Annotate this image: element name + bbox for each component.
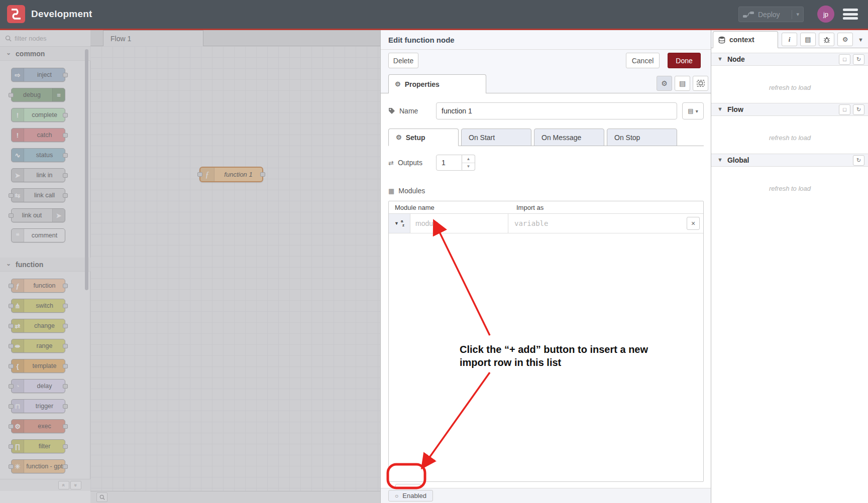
outputs-field-label: ⇄ Outputs bbox=[388, 159, 436, 167]
chevron-down-icon: ▼ bbox=[717, 106, 723, 112]
context-empty-message: refresh to load bbox=[711, 185, 868, 192]
outputs-spinner: ▲ ▼ bbox=[436, 155, 475, 171]
main-menu-button[interactable] bbox=[843, 8, 858, 21]
column-header-module-name: Module name bbox=[389, 204, 510, 211]
sort-az-icon: az bbox=[401, 219, 404, 227]
deploy-button[interactable]: Deploy ▾ bbox=[738, 7, 804, 22]
node-edit-form: Name ▤▾ ⚙SetupOn StartOn MessageOn Stop … bbox=[381, 93, 711, 488]
tab-on-message[interactable]: On Message bbox=[534, 129, 604, 146]
node-description-button[interactable]: ▤ bbox=[675, 76, 690, 91]
deploy-options-caret-icon[interactable]: ▾ bbox=[792, 10, 799, 19]
close-icon: × bbox=[691, 219, 695, 227]
right-sidebar: context i ▤ ⚙ ▼ ▼Node□↻refresh to loa bbox=[711, 30, 868, 503]
chevron-down-icon: ▾ bbox=[696, 108, 698, 114]
name-field-label: Name bbox=[388, 107, 436, 115]
context-section-node[interactable]: ▼Node□↻ bbox=[711, 53, 868, 66]
debug-sidebar-button[interactable] bbox=[819, 33, 834, 46]
user-avatar[interactable]: jp bbox=[817, 6, 834, 23]
deploy-label: Deploy bbox=[758, 11, 788, 19]
delete-button[interactable]: Delete bbox=[388, 53, 418, 68]
document-icon: ▤ bbox=[679, 79, 686, 87]
section-label: Node bbox=[727, 55, 834, 63]
library-button[interactable]: ▤▾ bbox=[682, 102, 704, 119]
node-enabled-toggle[interactable]: ○ Enabled bbox=[388, 490, 433, 501]
chevron-down-icon: ▼ bbox=[717, 157, 723, 163]
outputs-count-input[interactable] bbox=[436, 155, 462, 171]
tab-label: Setup bbox=[406, 134, 425, 142]
workspace-title: Development bbox=[31, 9, 92, 20]
sidebar-options-caret-icon[interactable]: ▼ bbox=[858, 37, 863, 43]
refresh-button[interactable]: ↻ bbox=[853, 155, 864, 166]
appearance-selection-icon bbox=[697, 80, 705, 87]
tab-on-start[interactable]: On Start bbox=[461, 129, 531, 146]
tab-context[interactable]: context bbox=[713, 31, 778, 48]
gear-icon: ⚙ bbox=[396, 134, 402, 141]
import-as-input[interactable] bbox=[508, 219, 683, 227]
toggle-circle-icon: ○ bbox=[395, 492, 398, 499]
function-editor-tabs: ⚙SetupOn StartOn MessageOn Stop bbox=[388, 129, 704, 146]
section-buttons: ↻ bbox=[853, 155, 864, 166]
section-buttons: □↻ bbox=[839, 104, 864, 115]
chevron-down-icon: ▼ bbox=[717, 56, 723, 62]
section-label: Global bbox=[727, 156, 848, 164]
gear-icon: ⚙ bbox=[842, 36, 848, 43]
node-appearance-button[interactable] bbox=[693, 76, 708, 91]
column-header-import-as: Import as bbox=[510, 204, 544, 211]
gear-icon: ⚙ bbox=[661, 79, 668, 87]
open-window-button[interactable]: □ bbox=[839, 54, 850, 65]
node-red-editor: Development Deploy ▾ jp ⌄common⇨injectde… bbox=[0, 0, 868, 503]
section-buttons: □↻ bbox=[839, 54, 864, 65]
tab-properties[interactable]: ⚙ Properties bbox=[388, 74, 486, 93]
context-empty-message: refresh to load bbox=[711, 84, 868, 91]
node-settings-button[interactable]: ⚙ bbox=[657, 76, 672, 91]
delete-row-button[interactable]: × bbox=[687, 217, 700, 230]
done-button[interactable]: Done bbox=[668, 53, 701, 68]
book-icon: ▤ bbox=[805, 36, 811, 43]
module-import-row: ▼ az × bbox=[389, 214, 703, 233]
database-icon bbox=[718, 36, 725, 44]
shuffle-icon: ⇄ bbox=[388, 159, 394, 167]
deploy-nodes-icon bbox=[743, 11, 754, 18]
cancel-button[interactable]: Cancel bbox=[626, 53, 660, 68]
modules-table-header: Module name Import as bbox=[389, 201, 703, 214]
chevron-down-icon: ▼ bbox=[394, 221, 399, 226]
book-icon: ▤ bbox=[688, 107, 693, 114]
module-name-input[interactable] bbox=[410, 219, 508, 227]
info-icon: i bbox=[789, 36, 791, 44]
cubes-icon: ▦ bbox=[388, 187, 394, 195]
help-sidebar-button[interactable]: ▤ bbox=[800, 33, 816, 46]
row-drag-handle[interactable]: ▼ az bbox=[389, 214, 410, 233]
tray-footer: ○ Enabled bbox=[381, 488, 711, 503]
gear-icon: ⚙ bbox=[395, 80, 401, 88]
node-name-input[interactable] bbox=[436, 102, 677, 119]
tab-setup[interactable]: ⚙Setup bbox=[388, 129, 459, 146]
context-section-flow[interactable]: ▼Flow□↻ bbox=[711, 103, 868, 116]
tab-label: On Start bbox=[469, 134, 495, 142]
edit-node-tray: Edit function node Delete Cancel Done ⚙ … bbox=[380, 30, 711, 503]
modules-section-label: ▦ Modules bbox=[388, 187, 425, 195]
node-red-logo-icon bbox=[7, 5, 25, 23]
context-section-global[interactable]: ▼Global↻ bbox=[711, 154, 868, 167]
bug-icon bbox=[823, 36, 830, 43]
refresh-button[interactable]: ↻ bbox=[853, 54, 864, 65]
info-sidebar-button[interactable]: i bbox=[782, 33, 797, 46]
editor-shade-overlay bbox=[0, 30, 380, 503]
context-empty-message: refresh to load bbox=[711, 134, 868, 142]
config-sidebar-button[interactable]: ⚙ bbox=[837, 33, 853, 46]
spinner-down-button[interactable]: ▼ bbox=[462, 163, 475, 171]
open-window-button[interactable]: □ bbox=[839, 104, 850, 115]
refresh-button[interactable]: ↻ bbox=[853, 104, 864, 115]
tab-on-stop[interactable]: On Stop bbox=[607, 129, 677, 146]
environment-accent-bar bbox=[0, 29, 868, 30]
tag-icon bbox=[388, 107, 395, 114]
tab-label: On Stop bbox=[614, 134, 640, 142]
section-label: Flow bbox=[727, 105, 834, 113]
tab-label: On Message bbox=[541, 134, 581, 142]
modules-table: Module name Import as ▼ az × bbox=[388, 201, 704, 482]
tray-title: Edit function node bbox=[388, 30, 455, 49]
app-header: Development Deploy ▾ jp bbox=[0, 0, 868, 29]
spinner-up-button[interactable]: ▲ bbox=[462, 155, 475, 163]
